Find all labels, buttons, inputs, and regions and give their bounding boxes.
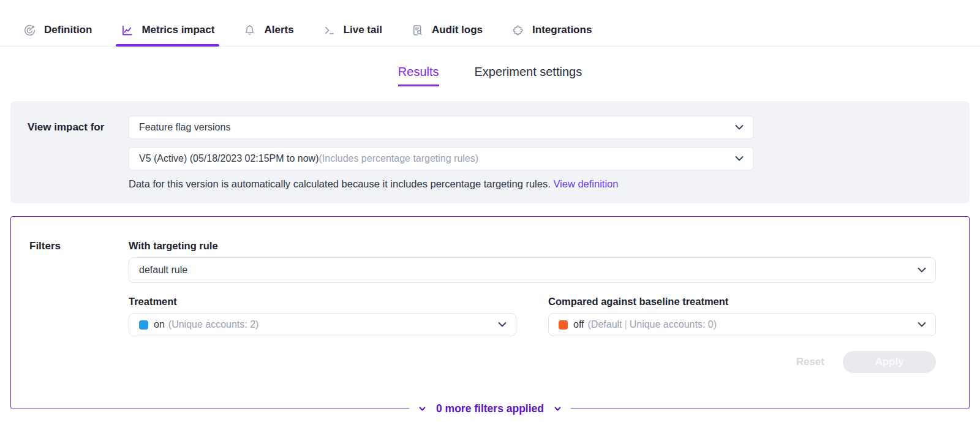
baseline-note-separator: | <box>622 319 630 330</box>
chevron-down-icon <box>735 125 744 130</box>
treatment-field: Treatment on (Unique accounts: 2) <box>129 296 516 336</box>
filters-panel: Filters With targeting rule default rule… <box>10 216 970 409</box>
subtab-results[interactable]: Results <box>398 65 439 86</box>
chevron-down-icon <box>554 406 561 411</box>
treatment-note: (Unique accounts: 2) <box>168 319 259 330</box>
more-filters-toggle[interactable]: 0 more filters applied <box>409 401 571 416</box>
version-select[interactable]: V5 (Active) (05/18/2023 02:15PM to now) … <box>129 147 753 170</box>
tab-label: Metrics impact <box>141 24 214 36</box>
baseline-note-right: Unique accounts: 0) <box>630 319 717 330</box>
version-helper-text: Data for this version is automatically c… <box>129 178 753 190</box>
top-navigation: Definition Metrics impact Alerts <box>0 0 980 47</box>
tab-label: Integrations <box>532 24 592 36</box>
version-value-note: (Includes percentage targeting rules) <box>319 153 479 164</box>
baseline-label: Compared against baseline treatment <box>548 296 936 307</box>
version-type-value: Feature flag versions <box>139 122 230 133</box>
secondary-tabs: Results Experiment settings <box>0 65 980 86</box>
chart-icon <box>121 24 134 37</box>
tab-label: Alerts <box>264 24 293 36</box>
tab-audit-logs[interactable]: Audit logs <box>411 14 483 46</box>
view-impact-panel: View impact for Feature flag versions V5… <box>10 101 970 203</box>
treatment-swatch <box>139 320 148 330</box>
view-definition-link[interactable]: View definition <box>553 178 618 189</box>
view-impact-label: View impact for <box>28 116 129 190</box>
treatment-label: Treatment <box>129 296 516 307</box>
targeting-rule-label: With targeting rule <box>129 240 936 252</box>
tab-alerts[interactable]: Alerts <box>243 14 293 46</box>
tab-live-tail[interactable]: Live tail <box>323 14 382 46</box>
baseline-value: off <box>573 319 584 330</box>
treatment-select[interactable]: on (Unique accounts: 2) <box>129 313 516 336</box>
chevron-down-icon <box>419 406 426 411</box>
chevron-down-icon <box>918 268 926 273</box>
reset-button[interactable]: Reset <box>796 356 824 368</box>
tab-label: Live tail <box>344 24 382 36</box>
target-icon <box>23 24 36 37</box>
filter-actions: Reset Apply <box>129 351 936 373</box>
chevron-down-icon <box>918 322 926 328</box>
helper-text: Data for this version is automatically c… <box>129 178 553 189</box>
tab-definition[interactable]: Definition <box>23 14 92 46</box>
chevron-down-icon <box>498 322 507 328</box>
tab-metrics-impact[interactable]: Metrics impact <box>121 14 214 46</box>
treatment-value: on <box>154 319 165 330</box>
tab-integrations[interactable]: Integrations <box>511 14 592 46</box>
tab-label: Definition <box>44 24 92 36</box>
baseline-swatch <box>559 320 568 330</box>
filters-title: Filters <box>29 240 129 373</box>
tab-label: Audit logs <box>432 24 483 36</box>
terminal-icon <box>323 24 336 37</box>
chevron-down-icon <box>735 156 744 162</box>
baseline-note-left: (Default <box>588 319 622 330</box>
version-type-select[interactable]: Feature flag versions <box>129 116 753 139</box>
subtab-experiment-settings[interactable]: Experiment settings <box>475 65 582 86</box>
bell-icon <box>243 24 256 37</box>
audit-icon <box>411 24 424 37</box>
targeting-rule-select[interactable]: default rule <box>129 257 936 283</box>
puzzle-icon <box>511 24 524 37</box>
version-value: V5 (Active) (05/18/2023 02:15PM to now) <box>139 153 319 164</box>
apply-button[interactable]: Apply <box>843 351 936 373</box>
baseline-field: Compared against baseline treatment off … <box>548 296 936 336</box>
targeting-rule-value: default rule <box>139 265 187 276</box>
more-filters-label: 0 more filters applied <box>436 402 544 415</box>
baseline-select[interactable]: off (Default | Unique accounts: 0) <box>548 313 936 336</box>
